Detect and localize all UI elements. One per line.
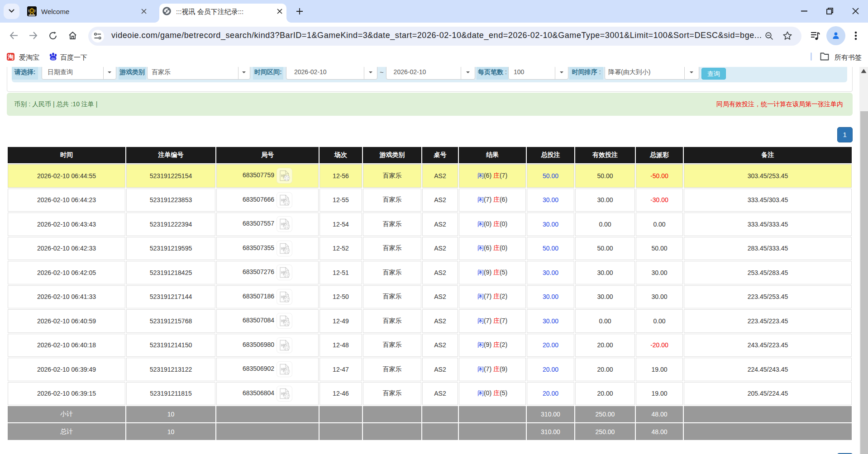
svg-text:du: du [51, 57, 55, 61]
